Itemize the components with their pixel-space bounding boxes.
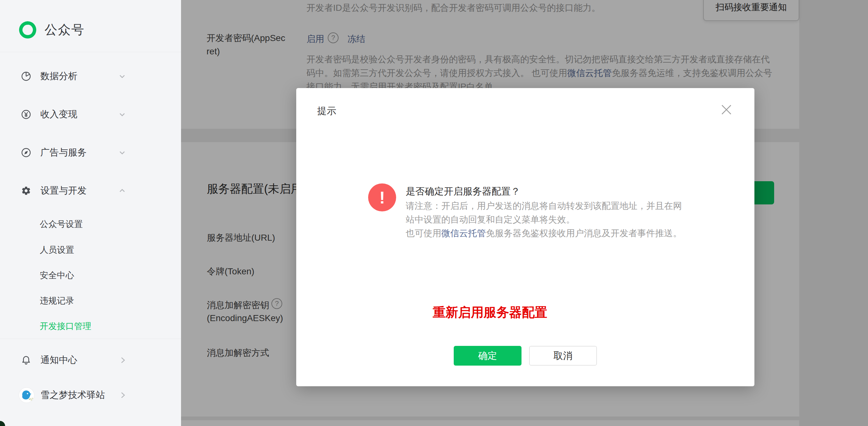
sidebar-item-label: 设置与开发: [40, 185, 87, 197]
sidebar-item-notification-center[interactable]: 通知中心: [0, 349, 181, 371]
logo-row[interactable]: 公众号: [18, 20, 85, 40]
weixin-cloud-link[interactable]: 微信云托管: [441, 228, 486, 238]
subitem-label: 公众号设置: [40, 219, 83, 230]
yen-circle-icon: [21, 109, 31, 120]
sidebar-divider-top: [0, 52, 181, 52]
subitem-label: 安全中心: [40, 270, 74, 281]
dialog-title: 提示: [317, 105, 336, 118]
avatar: </>: [19, 388, 34, 403]
red-annotation-text: 重新启用服务器配置: [433, 304, 547, 321]
sidebar-item-account-profile[interactable]: </> 雪之梦技术驿站: [0, 384, 181, 406]
dialog-line3: 也可使用微信云托管免服务器免鉴权接收用户消息及开发者事件推送。: [406, 226, 682, 240]
svg-text:</>: </>: [28, 397, 34, 401]
sidebar-subitem-violation-records[interactable]: 违规记录: [0, 292, 181, 309]
dialog-line3-post: 免服务器免鉴权接收用户消息及开发者事件推送。: [486, 228, 682, 238]
wechat-mp-admin-page: 开发者ID是公众号开发识别码，配合开发者密码可调用公众号的接口能力。 开发者密码…: [0, 0, 868, 426]
sidebar-item-revenue[interactable]: 收入变现: [0, 104, 181, 125]
sidebar-divider-bottom: [0, 338, 181, 339]
sidebar-item-ads-services[interactable]: 广告与服务: [0, 142, 181, 163]
pie-chart-icon: [21, 71, 31, 81]
wechat-mp-logo-icon: [18, 20, 37, 40]
sidebar-item-label: 广告与服务: [40, 146, 87, 159]
sidebar-item-label: 收入变现: [40, 108, 77, 121]
compass-icon: [21, 148, 31, 158]
sidebar-subitem-dev-api-management[interactable]: 开发接口管理: [0, 317, 181, 335]
sidebar-subitem-security-center[interactable]: 安全中心: [0, 266, 181, 284]
dialog-question: 是否确定开启服务器配置？: [406, 185, 520, 198]
chevron-up-icon: [118, 187, 126, 195]
warning-icon: !: [368, 184, 396, 211]
chevron-down-icon: [118, 72, 126, 80]
chevron-down-icon: [118, 149, 126, 157]
cancel-button[interactable]: 取消: [529, 346, 597, 366]
sidebar-item-label: 雪之梦技术驿站: [40, 389, 105, 401]
dialog-line1: 请注意：开启后，用户发送的消息将自动转发到该配置地址，并且在网: [406, 199, 682, 213]
subitem-label: 违规记录: [40, 295, 74, 306]
sidebar-item-label: 数据分析: [40, 70, 77, 83]
bell-icon: [21, 355, 31, 365]
sidebar-subitem-account-settings[interactable]: 公众号设置: [0, 215, 181, 233]
sidebar-subitem-staff-settings[interactable]: 人员设置: [0, 241, 181, 259]
chevron-down-icon: [118, 110, 126, 119]
sidebar-item-label: 通知中心: [40, 354, 77, 366]
bird-avatar-icon: </>: [19, 388, 34, 403]
dialog-body: 请注意：开启后，用户发送的消息将自动转发到该配置地址，并且在网 站中设置的自动回…: [406, 199, 682, 240]
gear-icon: [21, 186, 31, 196]
confirm-dialog: 提示 ! 是否确定开启服务器配置？ 请注意：开启后，用户发送的消息将自动转发到该…: [296, 88, 754, 386]
subitem-label: 人员设置: [40, 244, 74, 256]
dialog-line3-pre: 也可使用: [406, 228, 441, 238]
sidebar: 公众号 数据分析 收入变现 广告与服务: [0, 0, 181, 426]
logo-text: 公众号: [44, 21, 85, 38]
chevron-right-icon: [119, 356, 127, 364]
sidebar-item-settings-dev[interactable]: 设置与开发: [0, 181, 181, 201]
chevron-right-icon: [119, 391, 127, 399]
subitem-label-active: 开发接口管理: [40, 321, 91, 332]
dialog-line2: 站中设置的自动回复和自定义菜单将失效。: [406, 213, 682, 226]
confirm-button[interactable]: 确定: [454, 346, 522, 366]
sidebar-item-data-analysis[interactable]: 数据分析: [0, 66, 181, 87]
close-icon[interactable]: [719, 103, 734, 117]
